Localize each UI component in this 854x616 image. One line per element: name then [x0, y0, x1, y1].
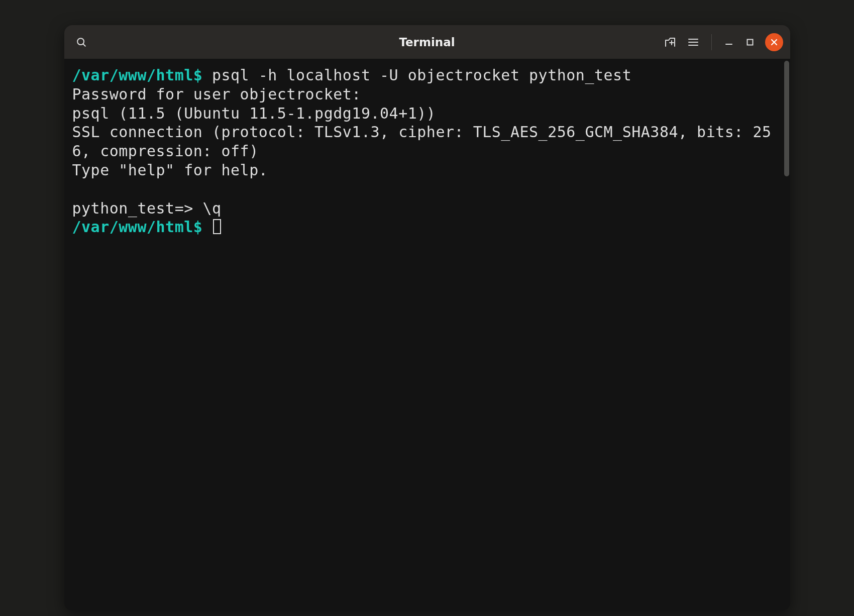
output-line: psql (11.5 (Ubuntu 11.5-1.pgdg19.04+1)) — [72, 105, 436, 122]
search-icon[interactable] — [71, 32, 91, 52]
titlebar-left — [71, 32, 91, 52]
prompt-path: /var/www/html — [72, 218, 193, 236]
prompt-symbol: $ — [193, 218, 203, 236]
svg-rect-8 — [747, 39, 753, 45]
terminal-body[interactable]: /var/www/html$ psql -h localhost -U obje… — [64, 59, 790, 610]
psql-command: \q — [202, 199, 221, 217]
window-title: Terminal — [399, 36, 455, 49]
maximize-button[interactable] — [741, 33, 759, 51]
new-tab-icon[interactable] — [660, 32, 680, 52]
hamburger-menu-icon[interactable] — [683, 32, 703, 52]
minimize-button[interactable] — [720, 33, 738, 51]
output-line: Type "help" for help. — [72, 161, 268, 179]
terminal-window: Terminal — [64, 25, 790, 610]
command-text: psql -h localhost -U objectrocket python… — [212, 66, 631, 84]
output-line: Password for user objectrocket: — [72, 85, 361, 103]
terminal-content[interactable]: /var/www/html$ psql -h localhost -U obje… — [72, 66, 782, 237]
titlebar-right — [660, 32, 783, 52]
svg-line-1 — [83, 44, 85, 46]
scrollbar[interactable] — [784, 61, 789, 176]
prompt-symbol: $ — [193, 66, 203, 84]
titlebar-divider — [711, 34, 712, 50]
psql-prompt: python_test=> — [72, 199, 193, 217]
prompt-path: /var/www/html — [72, 66, 193, 84]
cursor — [213, 219, 221, 234]
titlebar: Terminal — [64, 25, 790, 59]
output-line: SSL connection (protocol: TLSv1.3, ciphe… — [72, 123, 772, 160]
close-button[interactable] — [765, 33, 783, 51]
